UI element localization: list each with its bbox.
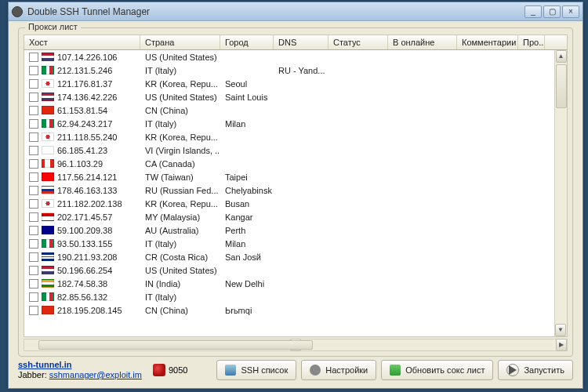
scroll-right-icon[interactable]: ▶	[556, 339, 567, 351]
table-row[interactable]: 66.185.41.23VI (Virgin Islands, ...	[24, 143, 554, 157]
row-checkbox[interactable]	[29, 279, 38, 289]
flag-icon	[42, 106, 54, 114]
row-checkbox[interactable]	[29, 106, 38, 115]
table-row[interactable]: 211.182.202.138KR (Korea, Repu...Busan	[24, 197, 554, 210]
table-row[interactable]: 202.171.45.57MY (Malaysia)Kangar	[24, 210, 554, 223]
header-country[interactable]: Страна	[140, 35, 220, 49]
city-cell: New Delhi	[220, 279, 274, 289]
table-row[interactable]: 96.1.103.29CA (Canada)	[24, 157, 554, 170]
table-row[interactable]: 190.211.93.208CR (Costa Rica)San Josй	[24, 250, 554, 263]
row-checkbox[interactable]	[29, 146, 38, 155]
table-row[interactable]: 117.56.214.121TW (Taiwan)Taipei	[24, 170, 554, 183]
table-row[interactable]: 212.131.5.246IT (Italy)RU - Yand...	[24, 64, 554, 77]
row-checkbox[interactable]	[29, 199, 38, 209]
settings-label: Настройки	[325, 365, 368, 375]
city-cell: Saint Louis	[220, 93, 274, 102]
ip-address: 66.185.41.23	[57, 146, 107, 155]
close-button[interactable]: ×	[562, 5, 579, 18]
vertical-scrollbar[interactable]: ▲ ▼	[554, 50, 567, 336]
ip-address: 107.14.226.106	[57, 53, 117, 62]
table-row[interactable]: 93.50.133.155IT (Italy)Milan	[24, 237, 554, 250]
ip-address: 59.100.209.38	[57, 226, 112, 235]
horizontal-scrollbar[interactable]: ◀ ▶	[24, 339, 568, 351]
table-row[interactable]: 182.74.58.38IN (India)New Delhi	[24, 277, 554, 290]
ip-address: 211.182.202.138	[57, 199, 122, 209]
country-cell: CR (Costa Rica)	[140, 252, 220, 262]
table-row[interactable]: 211.118.55.240KR (Korea, Repu...	[24, 130, 554, 143]
table-row[interactable]: 178.46.163.133RU (Russian Fed...Chelyabi…	[24, 183, 554, 197]
row-checkbox[interactable]	[29, 93, 38, 102]
run-button[interactable]: Запустить	[498, 360, 573, 380]
flag-icon	[42, 292, 54, 301]
scroll-up-icon[interactable]: ▲	[556, 50, 567, 63]
jabber-link[interactable]: sshmanager@exploit.im	[49, 370, 142, 379]
table-row[interactable]: 121.176.81.37KR (Korea, Repu...Seoul	[24, 77, 554, 90]
header-status[interactable]: Статус	[328, 35, 388, 49]
row-checkbox[interactable]	[29, 306, 38, 315]
row-checkbox[interactable]	[29, 226, 38, 235]
flag-icon	[42, 252, 54, 261]
settings-button[interactable]: Настройки	[301, 360, 376, 380]
ip-address: 174.136.42.226	[57, 93, 117, 102]
ip-address: 178.46.163.133	[57, 186, 117, 195]
header-pro[interactable]: Про...	[518, 35, 545, 49]
table-row[interactable]: 50.196.66.254US (United States)	[24, 263, 554, 277]
row-checkbox[interactable]	[29, 132, 38, 142]
header-host[interactable]: Хост	[24, 35, 140, 49]
table-row[interactable]: 218.195.208.145CN (China)Ьrьmqi	[24, 303, 554, 317]
refresh-icon	[390, 365, 401, 376]
minimize-button[interactable]: _	[524, 5, 542, 18]
row-checkbox[interactable]	[29, 172, 38, 182]
row-checkbox[interactable]	[29, 159, 38, 169]
city-cell: Milan	[220, 239, 274, 249]
flag-icon	[42, 79, 54, 88]
row-checkbox[interactable]	[29, 186, 38, 195]
flag-icon	[42, 186, 54, 194]
flag-icon	[42, 53, 54, 61]
header-dns[interactable]: DNS	[274, 35, 328, 49]
jabber-line: Jabber: sshmanager@exploit.im	[18, 370, 142, 380]
city-cell: Kangar	[220, 212, 274, 222]
refresh-socks-button[interactable]: Обновить сокс лист	[381, 360, 493, 380]
window-buttons: _ ▢ ×	[524, 5, 579, 18]
country-cell: KR (Korea, Repu...	[140, 199, 220, 209]
row-checkbox[interactable]	[29, 66, 38, 75]
table-row[interactable]: 62.94.243.217IT (Italy)Milan	[24, 117, 554, 130]
city-cell: Chelyabinsk	[220, 186, 274, 195]
row-checkbox[interactable]	[29, 53, 38, 62]
titlebar[interactable]: Double SSH Tunnel Manager _ ▢ ×	[9, 2, 583, 21]
ip-address: 121.176.81.37	[57, 79, 112, 89]
scroll-down-icon[interactable]: ▼	[555, 324, 566, 336]
ssh-list-button[interactable]: SSH список	[216, 360, 296, 380]
ssh-list-label: SSH список	[241, 365, 288, 375]
header-online[interactable]: В онлайне	[388, 35, 457, 49]
table-row[interactable]: 82.85.56.132IT (Italy)	[24, 290, 554, 303]
table-row[interactable]: 61.153.81.54CN (China)	[24, 103, 554, 117]
country-cell: AU (Australia)	[140, 226, 220, 235]
header-comment[interactable]: Комментарии	[457, 35, 518, 49]
country-cell: IT (Italy)	[140, 239, 220, 249]
hscroll-thumb[interactable]	[38, 340, 313, 350]
country-cell: IN (India)	[140, 279, 220, 289]
ip-address: 62.94.243.217	[57, 119, 112, 129]
table-row[interactable]: 59.100.209.38AU (Australia)Perth	[24, 223, 554, 237]
country-cell: IT (Italy)	[140, 119, 220, 129]
table-row[interactable]: 107.14.226.106US (United States)	[24, 50, 554, 64]
country-cell: KR (Korea, Repu...	[140, 79, 220, 89]
row-checkbox[interactable]	[29, 266, 38, 275]
header-city[interactable]: Город	[220, 35, 274, 49]
flag-icon	[42, 172, 54, 181]
port-display: 9050	[153, 364, 187, 376]
flag-icon	[42, 306, 54, 314]
row-checkbox[interactable]	[29, 212, 38, 222]
row-checkbox[interactable]	[29, 239, 38, 249]
row-checkbox[interactable]	[29, 292, 38, 302]
site-link[interactable]: ssh-tunnel.in	[18, 360, 142, 370]
row-checkbox[interactable]	[29, 79, 38, 89]
ip-address: 82.85.56.132	[57, 292, 107, 302]
row-checkbox[interactable]	[29, 119, 38, 129]
row-checkbox[interactable]	[29, 252, 38, 262]
maximize-button[interactable]: ▢	[543, 5, 561, 18]
scroll-thumb[interactable]	[556, 64, 567, 108]
table-row[interactable]: 174.136.42.226US (United States)Saint Lo…	[24, 90, 554, 103]
